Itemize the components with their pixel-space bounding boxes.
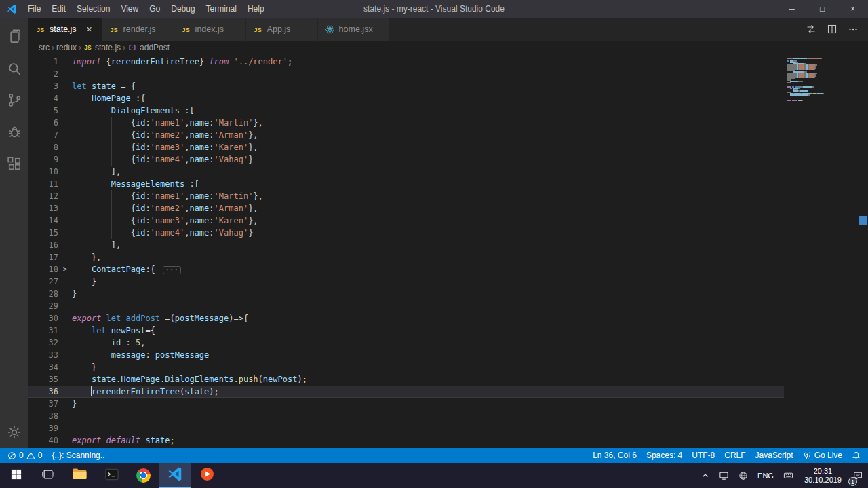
taskbar-console-button[interactable] bbox=[96, 463, 127, 488]
split-editor-icon[interactable] bbox=[827, 24, 837, 35]
fold-indicator-icon bbox=[58, 324, 72, 337]
minimize-button[interactable]: ─ bbox=[776, 0, 807, 18]
code-line-31[interactable]: 31 let newPost={ bbox=[28, 324, 784, 337]
code-token: 'Martin' bbox=[214, 191, 254, 201]
network-icon[interactable] bbox=[714, 463, 734, 488]
menu-edit[interactable]: Edit bbox=[46, 0, 71, 18]
hidden-icons-chevron[interactable] bbox=[696, 463, 714, 488]
action-center-icon[interactable]: 1 bbox=[848, 463, 868, 488]
code-line-33[interactable]: 33 message: postMessage bbox=[28, 349, 784, 361]
tab-App.js[interactable]: JSApp.js bbox=[246, 18, 318, 41]
code-line-7[interactable]: 7 {id:'name2',name:'Arman'}, bbox=[28, 129, 784, 141]
status-cursor-position[interactable]: Ln 36, Col 6 bbox=[588, 448, 642, 463]
breadcrumb-item-redux[interactable]: redux bbox=[56, 43, 77, 52]
taskbar-vscode-button[interactable] bbox=[159, 463, 191, 488]
code-text: }, bbox=[72, 251, 101, 263]
taskbar-task-view-button[interactable] bbox=[32, 463, 64, 488]
code-line-38[interactable]: 38 bbox=[28, 410, 784, 422]
more-actions-icon[interactable] bbox=[848, 24, 859, 35]
code-line-27[interactable]: 27 } bbox=[28, 276, 784, 288]
close-button[interactable]: × bbox=[837, 0, 868, 18]
code-line-15[interactable]: 15 {id:'name4',name:'Vahag'} bbox=[28, 227, 784, 239]
code-line-40[interactable]: 40export default state; bbox=[28, 434, 784, 447]
code-line-14[interactable]: 14 {id:'name3',name:'Karen'}, bbox=[28, 214, 784, 227]
code-line-11[interactable]: 11 MessageElements :[ bbox=[28, 178, 784, 190]
language-indicator[interactable]: ENG bbox=[753, 463, 778, 488]
code-line-28[interactable]: 28} bbox=[28, 288, 784, 300]
tab-render.js[interactable]: JSrender.js bbox=[102, 18, 174, 41]
activity-settings-icon[interactable] bbox=[0, 416, 28, 448]
activity-debug-icon[interactable] bbox=[0, 116, 28, 148]
menu-debug[interactable]: Debug bbox=[165, 0, 200, 18]
code-line-1[interactable]: 1import {rerenderEntireTree} from '../re… bbox=[28, 56, 784, 68]
taskbar-media-button[interactable] bbox=[191, 463, 223, 488]
taskbar-clock[interactable]: 20:3130.10.2019 bbox=[798, 463, 848, 488]
open-changes-icon[interactable] bbox=[806, 24, 816, 35]
notifications-bell-icon[interactable] bbox=[847, 448, 865, 463]
code-token: name bbox=[189, 155, 209, 164]
code-line-18[interactable]: 18> ContactPage:{ ··· bbox=[28, 263, 784, 276]
code-line-2[interactable]: 2 bbox=[28, 68, 784, 80]
menu-terminal[interactable]: Terminal bbox=[201, 0, 242, 18]
maximize-button[interactable]: □ bbox=[807, 0, 837, 18]
code-line-16[interactable]: 16 ], bbox=[28, 239, 784, 251]
code-token: . bbox=[233, 375, 238, 384]
code-editor[interactable]: 1import {rerenderEntireTree} from '../re… bbox=[28, 54, 868, 448]
code-line-39[interactable]: 39 bbox=[28, 422, 784, 434]
status-encoding[interactable]: UTF-8 bbox=[687, 448, 719, 463]
code-line-35[interactable]: 35 state.HomePage.DialogElements.push(ne… bbox=[28, 373, 784, 386]
code-line-9[interactable]: 9 {id:'name4',name:'Vahag'} bbox=[28, 153, 784, 166]
status-indentation[interactable]: Spaces: 4 bbox=[642, 448, 687, 463]
breadcrumb-item-src[interactable]: src bbox=[39, 43, 50, 52]
js-file-icon: JS bbox=[253, 24, 263, 35]
code-lines[interactable]: 1import {rerenderEntireTree} from '../re… bbox=[28, 54, 784, 448]
status-language[interactable]: JavaScript bbox=[751, 448, 798, 463]
menu-view[interactable]: View bbox=[115, 0, 144, 18]
fold-indicator-icon bbox=[58, 227, 72, 239]
code-text: {id:'name2',name:'Arman'}, bbox=[72, 129, 258, 141]
status-problems[interactable]: 00 bbox=[3, 448, 47, 463]
taskbar-file-explorer-button[interactable] bbox=[64, 463, 96, 488]
activity-extensions-icon[interactable] bbox=[0, 148, 28, 180]
menu-file[interactable]: File bbox=[22, 0, 46, 18]
status-eol[interactable]: CRLF bbox=[719, 448, 750, 463]
menu-selection[interactable]: Selection bbox=[71, 0, 115, 18]
taskbar-chrome-button[interactable] bbox=[127, 463, 159, 488]
menu-help[interactable]: Help bbox=[242, 0, 270, 18]
code-line-34[interactable]: 34 } bbox=[28, 361, 784, 373]
code-line-8[interactable]: 8 {id:'name3',name:'Karen'}, bbox=[28, 141, 784, 153]
tab-home.jsx[interactable]: home.jsx bbox=[318, 18, 390, 41]
menu-go[interactable]: Go bbox=[144, 0, 165, 18]
code-token: 'Martin' bbox=[214, 118, 254, 128]
code-line-17[interactable]: 17 }, bbox=[28, 251, 784, 263]
code-line-37[interactable]: 37} bbox=[28, 398, 784, 410]
status-go-live[interactable]: Go Live bbox=[798, 448, 847, 463]
touch-keyboard-icon[interactable] bbox=[778, 463, 798, 488]
breadcrumb-item-statejs[interactable]: JSstate.js bbox=[83, 43, 121, 52]
code-line-12[interactable]: 12 {id:'name1',name:'Martin'}, bbox=[28, 190, 784, 202]
code-token: MessageElements bbox=[111, 179, 184, 189]
breadcrumb-item-addPost[interactable]: addPost bbox=[127, 43, 170, 52]
code-line-3[interactable]: 3let state = { bbox=[28, 80, 784, 92]
globe-icon[interactable] bbox=[734, 463, 753, 488]
activity-search-icon[interactable] bbox=[0, 52, 28, 84]
status-scanning[interactable]: {..}: Scanning.. bbox=[47, 448, 109, 463]
tab-state.js[interactable]: JSstate.js× bbox=[28, 18, 102, 41]
tab-index.js[interactable]: JSindex.js bbox=[174, 18, 246, 41]
close-tab-icon[interactable]: × bbox=[84, 24, 95, 35]
code-line-30[interactable]: 30export let addPost =(postMessage)=>{ bbox=[28, 312, 784, 324]
code-line-29[interactable]: 29 bbox=[28, 300, 784, 312]
activity-source-control-icon[interactable] bbox=[0, 84, 28, 116]
code-line-10[interactable]: 10 ], bbox=[28, 166, 784, 178]
activity-explorer-icon[interactable] bbox=[0, 20, 28, 52]
code-line-32[interactable]: 32 id : 5, bbox=[28, 337, 784, 349]
code-line-13[interactable]: 13 {id:'name2',name:'Arman'}, bbox=[28, 202, 784, 214]
code-line-6[interactable]: 6 {id:'name1',name:'Martin'}, bbox=[28, 117, 784, 129]
code-line-36[interactable]: 36 rerenderEntireTree(state); bbox=[28, 386, 784, 398]
vertical-scrollbar[interactable] bbox=[859, 54, 868, 448]
fold-indicator-icon[interactable]: > bbox=[58, 263, 72, 276]
code-line-4[interactable]: 4 HomePage :{ bbox=[28, 92, 784, 105]
minimap[interactable] bbox=[784, 54, 859, 448]
code-line-5[interactable]: 5 DialogElements :[ bbox=[28, 105, 784, 117]
taskbar-start-button[interactable] bbox=[0, 463, 32, 488]
